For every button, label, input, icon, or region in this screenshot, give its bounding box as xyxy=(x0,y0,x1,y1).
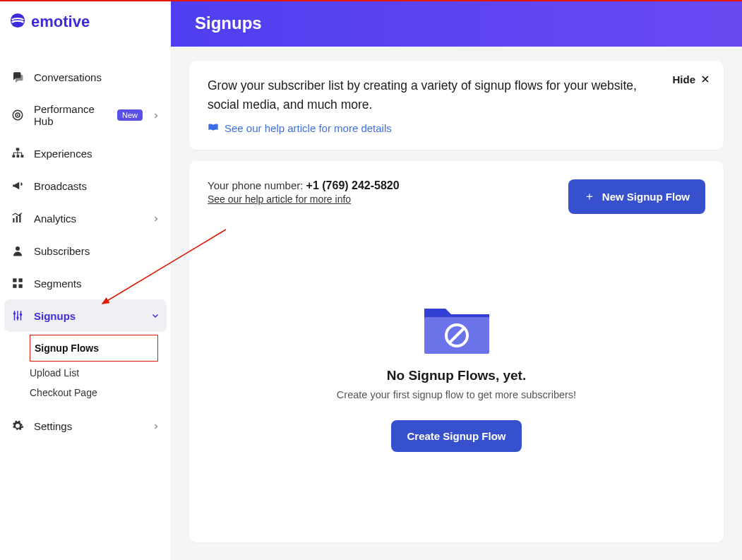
sidebar-item-label: Signups xyxy=(34,310,141,322)
sidebar-item-label: Conversations xyxy=(34,71,160,83)
svg-point-18 xyxy=(20,314,22,316)
sidebar-item-broadcasts[interactable]: Broadcasts xyxy=(0,169,171,202)
gear-icon xyxy=(11,419,24,432)
user-icon xyxy=(11,244,24,257)
empty-folder-icon xyxy=(423,299,491,355)
phone-row: Your phone number: +1 (769) 242-5820 See… xyxy=(208,179,705,214)
empty-title: No Signup Flows, yet. xyxy=(208,368,705,383)
phone-number: +1 (769) 242-5820 xyxy=(306,179,400,191)
new-signup-flow-button[interactable]: ＋ New Signup Flow xyxy=(568,179,705,214)
sidebar-item-conversations[interactable]: Conversations xyxy=(0,61,171,93)
svg-rect-14 xyxy=(13,285,16,288)
sidebar-item-settings[interactable]: Settings xyxy=(0,410,171,442)
phone-info: Your phone number: +1 (769) 242-5820 See… xyxy=(208,179,400,205)
signup-flows-card: Your phone number: +1 (769) 242-5820 See… xyxy=(189,161,724,542)
phone-label: Your phone number: xyxy=(208,179,306,191)
svg-rect-12 xyxy=(13,278,16,282)
brand-logo[interactable]: emotive xyxy=(0,0,171,44)
megaphone-icon xyxy=(11,179,24,192)
chevron-down-icon xyxy=(151,310,160,322)
svg-rect-5 xyxy=(13,155,16,157)
annotation-highlight-box: Signup Flows xyxy=(30,335,158,362)
chat-icon xyxy=(11,71,24,83)
chevron-right-icon xyxy=(152,109,160,121)
page-header: Signups xyxy=(171,0,742,47)
sidebar-signups-subnav: Signup Flows Upload List Checkout Page xyxy=(0,335,171,403)
chart-icon xyxy=(11,212,24,225)
sidebar-item-experiences[interactable]: Experiences xyxy=(0,137,171,169)
emotive-logo-icon xyxy=(10,13,25,31)
subnav-item-checkout-page[interactable]: Checkout Page xyxy=(30,383,171,403)
svg-rect-13 xyxy=(19,278,23,282)
sidebar-item-label: Broadcasts xyxy=(34,180,160,192)
empty-state: No Signup Flows, yet. Create your first … xyxy=(208,299,705,452)
sidebar-item-label: Performance Hub xyxy=(34,103,107,127)
svg-point-17 xyxy=(16,316,18,318)
chevron-right-icon xyxy=(152,213,160,225)
sitemap-icon xyxy=(11,147,24,160)
subnav-item-upload-list[interactable]: Upload List xyxy=(30,363,171,383)
sidebar-item-label: Subscribers xyxy=(34,245,160,257)
grid-icon xyxy=(11,277,24,290)
intro-card: Grow your subscriber list by creating a … xyxy=(189,61,724,150)
sidebar-item-segments[interactable]: Segments xyxy=(0,267,171,299)
svg-rect-15 xyxy=(19,285,23,288)
page-title: Signups xyxy=(195,13,262,33)
svg-rect-7 xyxy=(21,155,24,157)
sliders-icon xyxy=(11,309,24,322)
svg-rect-9 xyxy=(16,216,18,222)
plus-icon: ＋ xyxy=(584,189,595,204)
brand-name: emotive xyxy=(31,13,90,31)
sidebar-item-label: Settings xyxy=(34,420,143,432)
subnav-item-signup-flows[interactable]: Signup Flows xyxy=(35,338,153,358)
help-article-link[interactable]: See our help article for more details xyxy=(225,122,392,134)
svg-rect-4 xyxy=(16,148,20,151)
svg-point-16 xyxy=(13,312,16,314)
top-red-line xyxy=(0,0,742,1)
svg-point-11 xyxy=(16,246,20,251)
sidebar-item-performance-hub[interactable]: Performance Hub New xyxy=(0,93,171,137)
svg-rect-6 xyxy=(17,155,20,157)
sidebar: emotive Conversations Performance Hub Ne… xyxy=(0,0,171,560)
book-icon xyxy=(208,121,219,134)
new-badge: New xyxy=(117,109,143,121)
svg-point-3 xyxy=(17,114,18,116)
sidebar-nav: Conversations Performance Hub New Experi… xyxy=(0,61,171,442)
help-link-row: See our help article for more details xyxy=(208,121,705,134)
chevron-right-icon xyxy=(152,420,160,432)
sidebar-item-analytics[interactable]: Analytics xyxy=(0,202,171,234)
sidebar-item-label: Analytics xyxy=(34,213,143,225)
sidebar-item-label: Experiences xyxy=(34,148,160,160)
sidebar-item-signups[interactable]: Signups xyxy=(4,299,167,332)
hide-label: Hide xyxy=(672,73,695,85)
create-signup-flow-button[interactable]: Create Signup Flow xyxy=(391,420,521,452)
close-icon xyxy=(701,73,710,85)
intro-text: Grow your subscriber list by creating a … xyxy=(208,76,705,114)
target-icon xyxy=(11,109,24,121)
sidebar-item-label: Segments xyxy=(34,278,160,290)
new-signup-flow-label: New Signup Flow xyxy=(602,191,690,203)
phone-help-link[interactable]: See our help article for more info xyxy=(208,193,351,205)
sidebar-item-subscribers[interactable]: Subscribers xyxy=(0,234,171,267)
svg-rect-8 xyxy=(13,218,14,222)
empty-subtitle: Create your first signup flow to get mor… xyxy=(208,389,705,400)
main-content: Grow your subscriber list by creating a … xyxy=(171,47,742,560)
hide-button[interactable]: Hide xyxy=(672,73,710,85)
